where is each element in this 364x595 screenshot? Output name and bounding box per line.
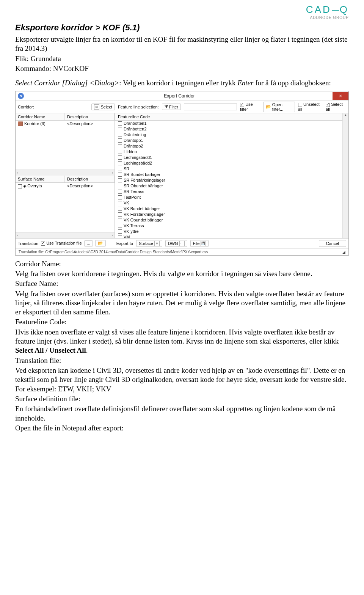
intro-p1: Eksporterer utvalgte linjer fra en korri… (15, 35, 349, 53)
featureline-item[interactable]: Dräntopp2 (115, 143, 348, 149)
featureline-item[interactable]: VK Terrass (115, 223, 348, 229)
featureline-check[interactable] (118, 195, 122, 199)
featureline-item[interactable]: Dränledning (115, 132, 348, 138)
intro-p4: Select Corridor [Dialog] <Dialog>: Velg … (15, 78, 349, 88)
corridorname-text: Velg fra listen over korridorene i tegni… (15, 269, 349, 278)
surface-row[interactable]: ◈ Overyta <Description> (16, 183, 115, 189)
featureline-item[interactable]: VK-yttre (115, 229, 348, 234)
save-icon: 💾 (201, 241, 206, 246)
featureline-item[interactable]: SR Obundet bärlager (115, 183, 348, 189)
resize-grip-icon[interactable]: ◢ (342, 250, 345, 254)
exportto-label: Export to (116, 241, 133, 246)
export-corridor-dialog: N Export Corridor × Corridor: ▭Select Fe… (15, 91, 349, 256)
featureline-check[interactable] (118, 155, 122, 160)
logo-sub: ADDNODE GROUP (306, 16, 349, 20)
featureline-check[interactable] (118, 224, 122, 228)
filter-input[interactable] (184, 104, 237, 110)
surface-icon: ◈ (23, 184, 26, 188)
app-icon: N (18, 93, 24, 99)
featureline-item[interactable]: Dräntopp1 (115, 138, 348, 143)
select-button[interactable]: ▭Select (91, 104, 115, 110)
dwg-icon: ▭ (179, 241, 185, 246)
featureline-check[interactable] (118, 184, 122, 188)
use-filter-check[interactable]: Use filter (240, 102, 260, 111)
featureline-item[interactable]: Dränbotten1 (115, 121, 348, 126)
featureline-check[interactable] (118, 121, 122, 126)
logo-text: CADQ (306, 4, 349, 16)
surface-hscroll[interactable]: ‹› (16, 232, 115, 238)
featureline-check[interactable] (118, 150, 122, 154)
featureline-check[interactable] (118, 133, 122, 137)
featureline-item[interactable]: Hidden (115, 149, 348, 155)
featureline-item[interactable]: SR Terrass (115, 189, 348, 195)
export-file-button[interactable]: File 💾 (190, 240, 209, 247)
filter-button[interactable]: ⧩Filter (162, 104, 181, 110)
open-filter-button[interactable]: 📂Open filter... (263, 102, 295, 112)
export-dwg-button[interactable]: DWG ▭ (165, 240, 187, 247)
trans-label: Translation file: (15, 356, 349, 365)
featcode-label: Featureline Code: (15, 317, 349, 327)
featureline-item[interactable]: VK Bundet bärlager (115, 206, 348, 212)
close-button[interactable]: × (333, 92, 348, 100)
featureline-check[interactable] (118, 161, 122, 165)
featureline-check[interactable] (118, 173, 122, 177)
featureline-check[interactable] (118, 201, 122, 205)
folder-icon: 📂 (266, 104, 271, 109)
featureline-check[interactable] (118, 207, 122, 211)
use-translation-check[interactable]: Use Translation file (41, 241, 82, 246)
corridor-table-header: Corridor Name Description (16, 113, 115, 121)
featureline-item[interactable]: Ledningsbädd1 (115, 155, 348, 160)
funnel-icon: ⧩ (165, 104, 168, 109)
featureline-item[interactable]: VK Förstärkningslager (115, 212, 348, 217)
featureline-check[interactable] (118, 167, 122, 171)
featureline-header: Featureline Code (115, 113, 348, 121)
translation-more[interactable]: ... (84, 240, 93, 246)
corridor-hscroll[interactable]: ‹› (16, 170, 115, 176)
intro-p4-cmd: Select Corridor [Dialog] <Dialog> (15, 79, 119, 87)
corridor-row[interactable]: 🟫 Korridor (3) <Description> (16, 121, 115, 127)
feature-selection-label: Feature line selection: (118, 105, 159, 109)
trans-text: Ved eksporten kan kodene i Civil 3D, ove… (15, 366, 349, 394)
status-path: Translation file: C:\ProgramData\Autodes… (19, 250, 208, 254)
featcode-text: Hvis ikke noen overflate er valgt så vis… (15, 328, 349, 355)
featureline-list[interactable]: Dränbotten1Dränbotten2DränledningDräntop… (115, 121, 348, 238)
featureline-check[interactable] (118, 138, 122, 143)
intro-p3: Kommando: NVCorKOF (15, 64, 349, 73)
featureline-vscroll[interactable]: ▲ (342, 113, 348, 238)
cancel-button[interactable]: Cancel (319, 240, 346, 247)
page-heading: Eksportere korridor > KOF (5.1) (15, 23, 349, 33)
featureline-item[interactable]: VK Obundet bärlager (115, 217, 348, 223)
translation-open-icon[interactable]: 📂 (95, 240, 106, 246)
featureline-check[interactable] (118, 235, 122, 238)
featureline-check[interactable] (118, 127, 122, 131)
surface-export-icon: ◈ (154, 241, 160, 246)
featureline-item[interactable]: SR (115, 166, 348, 172)
surface-check[interactable] (18, 184, 22, 188)
surfdef-text: En forhåndsdefinert overflate definisjon… (15, 404, 349, 423)
featureline-check[interactable] (118, 144, 122, 148)
featureline-item[interactable]: VM (115, 234, 348, 238)
featureline-check[interactable] (118, 212, 122, 217)
dialog-title: Export Corridor (26, 93, 333, 99)
featureline-item[interactable]: SR Förstärkningslager (115, 177, 348, 183)
surface-table-header: Surface Name Description (16, 176, 115, 183)
export-surface-button[interactable]: Surface ◈ (136, 240, 162, 247)
corridor-icon: 🟫 (18, 121, 23, 126)
featureline-check[interactable] (118, 190, 122, 194)
surfdef-label: Surface definition file: (15, 394, 349, 403)
featureline-item[interactable]: VK (115, 200, 348, 206)
featureline-item[interactable]: TestPoint (115, 195, 348, 200)
featureline-check[interactable] (118, 218, 122, 222)
corridor-label: Corridor: (18, 105, 34, 109)
featureline-check[interactable] (118, 229, 122, 234)
unselect-all-check[interactable]: Unselect all (298, 102, 323, 111)
select-all-check[interactable]: Select all (326, 102, 346, 111)
surfacename-text: Velg fra listen over overflater (surface… (15, 289, 349, 317)
featureline-item[interactable]: SR Bundet bärlager (115, 172, 348, 177)
featureline-item[interactable]: Ledningsbädd2 (115, 160, 348, 166)
surfacename-label: Surface Name: (15, 279, 349, 288)
featureline-item[interactable]: Dränbotten2 (115, 126, 348, 132)
select-icon: ▭ (94, 104, 99, 110)
corridorname-label: Corridor Name: (15, 259, 349, 268)
featureline-check[interactable] (118, 178, 122, 182)
